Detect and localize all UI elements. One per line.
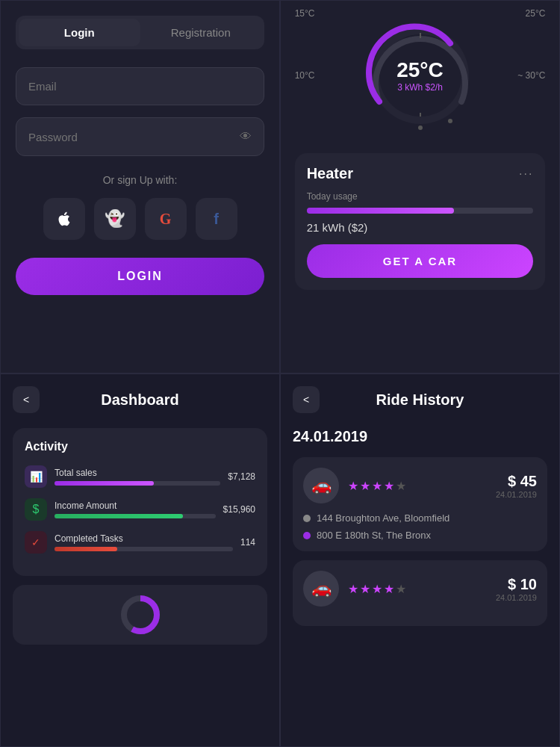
activity-title: Activity [25, 440, 255, 453]
gauge-temperature: 25°C [396, 58, 444, 82]
income-info: Income Amount [55, 500, 216, 518]
sales-value: $7,128 [228, 471, 255, 482]
income-label: Income Amount [55, 500, 216, 511]
ride-stars-2: ★★★★★ [348, 582, 487, 596]
google-login-button[interactable]: G [145, 198, 187, 240]
route-from-1: 144 Broughton Ave, Bloomfield [303, 512, 537, 524]
price-date-1: 24.01.2019 [496, 490, 537, 499]
tasks-value: 114 [240, 537, 255, 548]
sales-label: Total sales [55, 468, 220, 478]
ride-price-1: $ 45 24.01.2019 [496, 473, 537, 499]
temp-top-labels: 15°C 25°C [295, 8, 546, 19]
route-dot-to [303, 532, 311, 539]
gauge-circle: 25°C 3 kWh $2/h [364, 19, 476, 131]
donut-chart-preview [13, 585, 267, 645]
ride-history-back-button[interactable]: < [293, 386, 320, 413]
route-dot-from [303, 515, 311, 522]
facebook-login-button[interactable]: f [196, 198, 237, 240]
tab-login[interactable]: Login [19, 19, 140, 46]
ride-price-2: $ 10 24.01.2019 [496, 576, 537, 602]
heater-panel: 15°C 25°C 10°C ~ 30°C [280, 0, 560, 374]
ride-top-1: 🚗 ★★★★★ $ 45 24.01.2019 [303, 468, 537, 503]
svg-point-5 [448, 119, 452, 123]
temp-mid-right: ~ 30°C [517, 70, 545, 81]
login-button[interactable]: LOGIN [16, 258, 264, 295]
ride-card-1: 🚗 ★★★★★ $ 45 24.01.2019 144 Broughton Av… [293, 457, 547, 551]
email-input[interactable] [28, 80, 252, 93]
tab-registration[interactable]: Registration [140, 19, 262, 46]
price-amount-2: $ 10 [496, 576, 537, 593]
sales-icon: 📊 [25, 465, 47, 488]
get-car-button[interactable]: GET A CAR [307, 244, 534, 278]
sales-bar [55, 481, 154, 486]
email-field[interactable] [16, 67, 264, 105]
password-field[interactable]: 👁 [16, 117, 264, 156]
gauge-rate: 3 kWh $2/h [396, 82, 444, 93]
ride-date-label: 24.01.2019 [293, 428, 547, 445]
temp-mid-left: 10°C [295, 70, 315, 81]
password-input[interactable] [28, 131, 240, 143]
ride-stars-1: ★★★★★ [348, 479, 487, 493]
heater-title-row: Heater ··· [307, 165, 534, 182]
activity-row-income: $ Income Amount $15,960 [25, 498, 255, 521]
ride-top-2: 🚗 ★★★★★ $ 10 24.01.2019 [303, 571, 537, 607]
svg-point-4 [418, 125, 423, 130]
temp-top-left: 15°C [295, 8, 315, 19]
gauge-area: 15°C 25°C 10°C ~ 30°C [281, 1, 559, 150]
income-value: $15,960 [223, 504, 255, 515]
snapchat-login-button[interactable]: 👻 [94, 198, 136, 240]
dashboard-header: < Dashboard [13, 386, 267, 413]
login-panel: Login Registration 👁 Or sign Up with: 👻 … [0, 0, 280, 374]
car-avatar-1: 🚗 [303, 468, 339, 503]
ride-history-title: Ride History [329, 391, 511, 409]
ride-route-1: 144 Broughton Ave, Bloomfield 800 E 180t… [303, 512, 537, 541]
tasks-bar [55, 547, 117, 551]
usage-kwh-value: 21 kWh ($2) [307, 221, 534, 234]
temp-top-right: 25°C [526, 8, 546, 19]
social-icons-row: 👻 G f [43, 198, 237, 240]
usage-bar-background [307, 208, 534, 214]
ride-card-2: 🚗 ★★★★★ $ 10 24.01.2019 [293, 560, 547, 626]
price-date-2: 24.01.2019 [496, 593, 537, 602]
or-sign-label: Or sign Up with: [103, 174, 178, 186]
dashboard-panel: < Dashboard Activity 📊 Total sales $7,12… [0, 374, 280, 747]
tasks-info: Completed Tasks [55, 533, 233, 551]
heater-title: Heater [307, 165, 353, 182]
gauge-center: 25°C 3 kWh $2/h [396, 58, 444, 93]
usage-bar-fill [307, 208, 454, 214]
dashboard-title: Dashboard [49, 391, 231, 409]
ride-history-panel: < Ride History 24.01.2019 🚗 ★★★★★ $ 45 2… [280, 374, 560, 747]
income-bar [55, 514, 183, 518]
dashboard-back-button[interactable]: < [13, 386, 40, 413]
price-amount-1: $ 45 [496, 473, 537, 490]
sales-bar-bg [55, 481, 220, 486]
today-usage-label: Today usage [307, 191, 534, 202]
apple-login-button[interactable] [43, 198, 85, 240]
activity-card: Activity 📊 Total sales $7,128 $ Income A… [13, 428, 267, 576]
show-password-icon[interactable]: 👁 [240, 130, 252, 143]
tasks-bar-bg [55, 547, 233, 551]
tasks-icon: ✓ [25, 531, 47, 554]
ride-history-header: < Ride History [293, 386, 547, 413]
route-to-1: 800 E 180th St, The Bronx [303, 530, 537, 541]
car-avatar-2: 🚗 [303, 571, 339, 607]
sales-info: Total sales [55, 468, 220, 486]
auth-tabs: Login Registration [16, 16, 264, 49]
activity-row-tasks: ✓ Completed Tasks 114 [25, 531, 255, 554]
activity-row-sales: 📊 Total sales $7,128 [25, 465, 255, 488]
heater-card: Heater ··· Today usage 21 kWh ($2) GET A… [295, 153, 546, 290]
income-bar-bg [55, 514, 216, 518]
more-options-icon[interactable]: ··· [519, 167, 533, 181]
tasks-label: Completed Tasks [55, 533, 233, 544]
income-icon: $ [25, 498, 47, 521]
